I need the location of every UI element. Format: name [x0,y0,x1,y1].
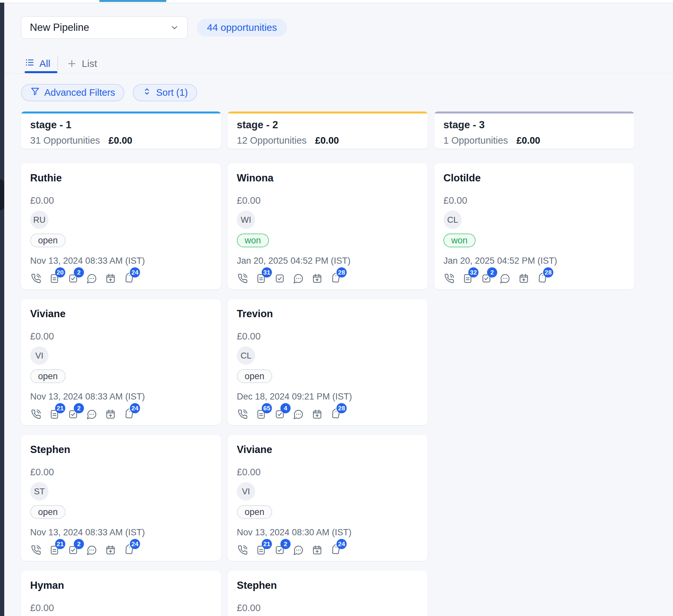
calendar-icon[interactable] [105,409,116,420]
note-icon[interactable]: 65 [255,409,267,420]
status-badge: open [30,505,65,519]
tab-all-label: All [39,58,50,69]
status-badge: won [237,233,269,247]
note-icon[interactable]: 32 [462,273,473,284]
stage-total-value: £0.00 [108,135,133,146]
tag-icon[interactable]: 24 [124,545,135,556]
tag-icon[interactable]: 24 [124,273,135,284]
opportunity-name: Winona [237,173,419,184]
tag-icon[interactable]: 28 [330,273,342,284]
task-icon[interactable]: 2 [67,545,79,556]
pipeline-board: stage - 1 31 Opportunities £0.00 Ruthie … [21,112,673,616]
funnel-icon [30,86,40,99]
task-icon[interactable]: 2 [67,273,79,284]
calendar-icon[interactable] [518,273,529,284]
opportunity-date: Nov 13, 2024 08:33 AM (IST) [30,392,212,401]
chat-icon[interactable] [86,273,97,284]
calendar-icon[interactable] [311,409,323,420]
task-icon[interactable] [274,273,285,284]
opportunity-card[interactable]: Winona £0.00 WI won Jan 20, 2025 04:52 P… [228,163,428,289]
calendar-icon[interactable] [311,545,323,556]
stage-header: stage - 3 1 Opportunities £0.00 [434,112,634,149]
calendar-icon[interactable] [105,545,116,556]
note-icon[interactable]: 31 [255,273,267,284]
advanced-filters-button[interactable]: Advanced Filters [21,84,124,101]
active-tab-underline [25,71,57,73]
tag-count-badge: 24 [130,403,140,413]
collapsed-sidebar [0,0,4,616]
calendar-icon[interactable] [105,273,116,284]
chat-icon[interactable] [293,273,304,284]
opportunity-value: £0.00 [443,196,625,205]
phone-icon[interactable] [30,273,41,284]
note-count-badge: 20 [55,267,65,277]
note-count-badge: 31 [262,267,272,277]
phone-icon[interactable] [443,273,455,284]
opportunity-card[interactable]: Trevion £0.00 CL open Dec 18, 2024 09:21… [228,299,428,425]
opportunity-card[interactable]: Ruthie £0.00 RU open Nov 13, 2024 08:33 … [21,163,221,289]
note-icon[interactable]: 21 [49,409,60,420]
tag-icon[interactable]: 28 [330,409,342,420]
opportunity-date: Nov 13, 2024 08:33 AM (IST) [30,528,212,537]
opportunity-card[interactable]: Viviane £0.00 VI open Nov 13, 2024 08:30… [228,435,428,561]
chat-icon[interactable] [293,409,304,420]
chat-icon[interactable] [293,545,304,556]
stage-header: stage - 2 12 Opportunities £0.00 [228,112,428,149]
opportunity-card[interactable]: Hyman £0.00 HY [21,571,221,616]
opportunity-name: Ruthie [30,173,212,184]
tag-icon[interactable]: 24 [330,545,342,556]
phone-icon[interactable] [237,273,248,284]
opportunity-value: £0.00 [237,467,419,477]
stage-total-value: £0.00 [516,135,540,146]
phone-icon[interactable] [30,409,41,420]
sort-arrows-icon [142,86,152,99]
opportunity-card[interactable]: Clotilde £0.00 CL won Jan 20, 2025 04:52… [434,163,634,289]
tag-icon[interactable]: 24 [124,409,135,420]
opportunity-date: Nov 13, 2024 08:30 AM (IST) [237,528,419,537]
stage-name: stage - 2 [237,119,419,131]
stage-opportunity-count: 31 Opportunities [30,135,100,146]
chat-icon[interactable] [86,545,97,556]
opportunity-date: Dec 18, 2024 09:21 PM (IST) [237,392,419,401]
note-icon[interactable]: 21 [255,545,267,556]
status-badge: open [237,369,272,383]
task-icon[interactable]: 2 [67,409,79,420]
tag-count-badge: 24 [336,539,347,549]
pipeline-page: New Pipeline 44 opportunities All List [4,3,673,616]
task-count-badge: 2 [74,403,84,413]
opportunity-value: £0.00 [237,603,419,613]
stage-card-list: Winona £0.00 WI won Jan 20, 2025 04:52 P… [228,163,428,616]
task-count-badge: 4 [280,403,290,413]
sidebar-handle[interactable] [0,179,4,210]
phone-icon[interactable] [237,545,248,556]
phone-icon[interactable] [237,409,248,420]
card-action-icons: 32 2 28 [443,273,625,284]
tab-list-label: List [82,58,97,69]
task-icon[interactable]: 2 [481,273,492,284]
contact-avatar: WI [237,211,255,229]
task-icon[interactable]: 4 [274,409,285,420]
stage-column: stage - 2 12 Opportunities £0.00 Winona … [228,112,428,616]
phone-icon[interactable] [30,545,41,556]
tag-count-badge: 28 [543,267,553,277]
opportunity-card[interactable]: Stephen £0.00 ST [228,571,428,616]
task-icon[interactable]: 2 [274,545,285,556]
opportunity-card[interactable]: Stephen £0.00 ST open Nov 13, 2024 08:33… [21,435,221,561]
tab-add-list[interactable]: List [66,58,97,69]
chat-icon[interactable] [499,273,511,284]
sort-button[interactable]: Sort (1) [133,84,197,101]
note-icon[interactable]: 21 [49,545,60,556]
calendar-icon[interactable] [311,273,323,284]
chevron-down-icon [170,23,179,32]
chat-icon[interactable] [86,409,97,420]
opportunity-name: Viviane [237,444,419,455]
pipeline-select[interactable]: New Pipeline [21,16,188,39]
note-icon[interactable]: 20 [49,273,60,284]
stage-name: stage - 1 [30,119,212,131]
status-badge: open [237,505,272,519]
tab-all[interactable]: All [25,57,50,70]
opportunity-card[interactable]: Viviane £0.00 VI open Nov 13, 2024 08:33… [21,299,221,425]
tag-icon[interactable]: 28 [537,273,548,284]
opportunity-name: Stephen [30,444,212,455]
tag-count-badge: 28 [336,267,347,277]
